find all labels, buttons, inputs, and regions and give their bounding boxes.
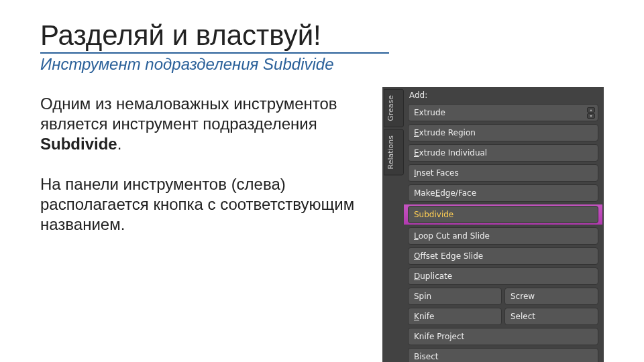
- tab-grease[interactable]: Grease: [384, 89, 404, 127]
- select-button[interactable]: Select: [504, 308, 598, 325]
- knife-project-button[interactable]: Knife Project: [408, 328, 598, 345]
- duplicate-button[interactable]: Duplicate: [408, 267, 598, 285]
- subdivide-button[interactable]: Subdivide: [408, 206, 598, 223]
- extrude-button[interactable]: Extrude ▴▾: [408, 104, 598, 121]
- updown-icon[interactable]: ▴▾: [587, 106, 595, 119]
- subdivide-highlight: Subdivide: [404, 204, 602, 225]
- para-2: На панели инструментов (слева) располага…: [40, 174, 362, 235]
- slide-subtitle: Инструмент подразделения Subdivide: [40, 55, 604, 74]
- slide-title: Разделяй и властвуй!: [40, 20, 389, 54]
- make-edge-face-button[interactable]: Make Edge/Face: [408, 184, 598, 202]
- loop-cut-button[interactable]: Loop Cut and Slide: [408, 227, 598, 245]
- knife-button[interactable]: Knife: [408, 308, 502, 325]
- extrude-individual-button[interactable]: Extrude Individual: [408, 144, 598, 162]
- extrude-region-button[interactable]: Extrude Region: [408, 124, 598, 141]
- text-column: Одним из немаловажных инструментов являе…: [40, 87, 362, 362]
- para-1: Одним из немаловажных инструментов являе…: [40, 94, 362, 154]
- bisect-button[interactable]: Bisect: [408, 348, 598, 362]
- spin-button[interactable]: Spin: [408, 288, 502, 305]
- inset-faces-button[interactable]: Inset Faces: [408, 164, 598, 182]
- section-add-label: Add:: [404, 89, 602, 103]
- offset-edge-slide-button[interactable]: Offset Edge Slide: [408, 247, 598, 265]
- screw-button[interactable]: Screw: [504, 288, 598, 305]
- tab-relations[interactable]: Relations: [384, 129, 404, 176]
- blender-tool-panel: Grease Relations Add: Extrude ▴▾ Extrude…: [382, 87, 604, 362]
